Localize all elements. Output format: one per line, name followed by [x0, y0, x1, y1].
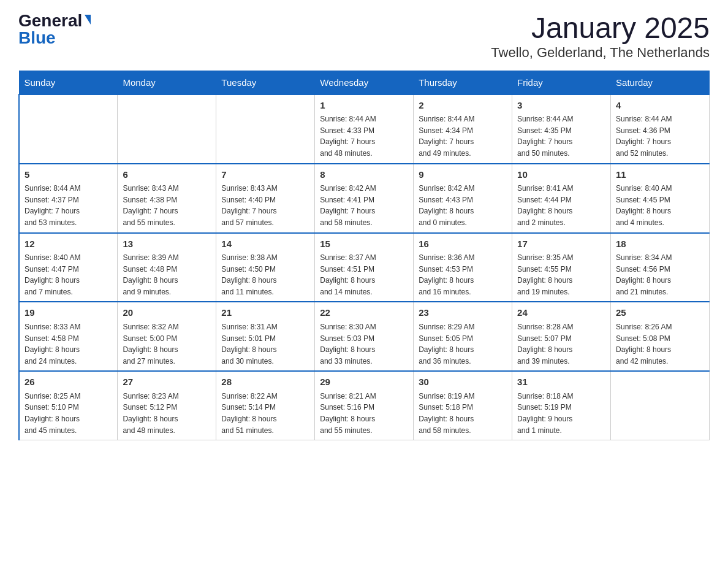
day-info: Sunrise: 8:40 AM Sunset: 4:45 PM Dayligh…	[616, 183, 704, 228]
day-number: 10	[517, 168, 605, 182]
calendar-cell	[216, 94, 315, 164]
day-number: 8	[320, 168, 408, 182]
day-info: Sunrise: 8:29 AM Sunset: 5:05 PM Dayligh…	[419, 321, 507, 367]
day-info: Sunrise: 8:44 AM Sunset: 4:34 PM Dayligh…	[419, 113, 507, 159]
day-number: 7	[221, 168, 309, 182]
day-number: 27	[123, 375, 211, 389]
day-info: Sunrise: 8:26 AM Sunset: 5:08 PM Dayligh…	[616, 321, 704, 367]
week-row-3: 12Sunrise: 8:40 AM Sunset: 4:47 PM Dayli…	[19, 233, 710, 302]
day-info: Sunrise: 8:43 AM Sunset: 4:40 PM Dayligh…	[221, 183, 309, 228]
calendar-cell	[118, 94, 216, 164]
calendar-cell	[611, 371, 710, 440]
calendar-cell: 27Sunrise: 8:23 AM Sunset: 5:12 PM Dayli…	[118, 371, 216, 440]
day-number: 26	[25, 375, 112, 389]
day-number: 17	[517, 237, 605, 251]
calendar-cell	[19, 94, 118, 164]
week-row-1: 1Sunrise: 8:44 AM Sunset: 4:33 PM Daylig…	[19, 94, 710, 164]
day-info: Sunrise: 8:44 AM Sunset: 4:35 PM Dayligh…	[517, 113, 605, 159]
calendar-cell: 15Sunrise: 8:37 AM Sunset: 4:51 PM Dayli…	[315, 233, 414, 302]
day-number: 28	[221, 375, 309, 389]
day-number: 25	[616, 306, 704, 320]
day-number: 22	[320, 306, 408, 320]
day-number: 13	[123, 237, 211, 251]
weekday-header-monday: Monday	[118, 71, 216, 94]
day-info: Sunrise: 8:36 AM Sunset: 4:53 PM Dayligh…	[419, 252, 507, 297]
day-number: 30	[419, 375, 507, 389]
day-info: Sunrise: 8:39 AM Sunset: 4:48 PM Dayligh…	[123, 252, 211, 297]
day-info: Sunrise: 8:22 AM Sunset: 5:14 PM Dayligh…	[221, 391, 309, 436]
calendar-cell: 16Sunrise: 8:36 AM Sunset: 4:53 PM Dayli…	[414, 233, 512, 302]
calendar-cell: 14Sunrise: 8:38 AM Sunset: 4:50 PM Dayli…	[216, 233, 315, 302]
calendar-cell: 31Sunrise: 8:18 AM Sunset: 5:19 PM Dayli…	[512, 371, 611, 440]
day-number: 18	[616, 237, 704, 251]
day-info: Sunrise: 8:44 AM Sunset: 4:36 PM Dayligh…	[616, 113, 704, 159]
calendar-cell: 18Sunrise: 8:34 AM Sunset: 4:56 PM Dayli…	[611, 233, 710, 302]
calendar-cell: 11Sunrise: 8:40 AM Sunset: 4:45 PM Dayli…	[611, 164, 710, 233]
day-info: Sunrise: 8:38 AM Sunset: 4:50 PM Dayligh…	[221, 252, 309, 297]
day-number: 23	[419, 306, 507, 320]
day-info: Sunrise: 8:43 AM Sunset: 4:38 PM Dayligh…	[123, 183, 211, 228]
week-row-5: 26Sunrise: 8:25 AM Sunset: 5:10 PM Dayli…	[19, 371, 710, 440]
calendar-cell: 30Sunrise: 8:19 AM Sunset: 5:18 PM Dayli…	[414, 371, 512, 440]
calendar-cell: 1Sunrise: 8:44 AM Sunset: 4:33 PM Daylig…	[315, 94, 414, 164]
weekday-header-friday: Friday	[512, 71, 611, 94]
weekday-header-saturday: Saturday	[611, 71, 710, 94]
calendar-cell: 24Sunrise: 8:28 AM Sunset: 5:07 PM Dayli…	[512, 302, 611, 371]
day-info: Sunrise: 8:37 AM Sunset: 4:51 PM Dayligh…	[320, 252, 408, 297]
calendar-cell: 4Sunrise: 8:44 AM Sunset: 4:36 PM Daylig…	[611, 94, 710, 164]
day-number: 6	[123, 168, 211, 182]
logo-general: General	[18, 12, 82, 29]
calendar-cell: 7Sunrise: 8:43 AM Sunset: 4:40 PM Daylig…	[216, 164, 315, 233]
calendar-cell: 13Sunrise: 8:39 AM Sunset: 4:48 PM Dayli…	[118, 233, 216, 302]
day-number: 4	[616, 99, 704, 113]
location-title: Twello, Gelderland, The Netherlands	[491, 45, 710, 61]
weekday-header-tuesday: Tuesday	[216, 71, 315, 94]
logo-triangle-icon	[85, 15, 91, 25]
day-info: Sunrise: 8:30 AM Sunset: 5:03 PM Dayligh…	[320, 321, 408, 367]
day-number: 3	[517, 99, 605, 113]
day-info: Sunrise: 8:42 AM Sunset: 4:43 PM Dayligh…	[419, 183, 507, 228]
calendar-cell: 8Sunrise: 8:42 AM Sunset: 4:41 PM Daylig…	[315, 164, 414, 233]
day-number: 5	[25, 168, 112, 182]
calendar-cell: 17Sunrise: 8:35 AM Sunset: 4:55 PM Dayli…	[512, 233, 611, 302]
calendar-cell: 9Sunrise: 8:42 AM Sunset: 4:43 PM Daylig…	[414, 164, 512, 233]
calendar-cell: 6Sunrise: 8:43 AM Sunset: 4:38 PM Daylig…	[118, 164, 216, 233]
day-info: Sunrise: 8:42 AM Sunset: 4:41 PM Dayligh…	[320, 183, 408, 228]
day-number: 20	[123, 306, 211, 320]
day-info: Sunrise: 8:41 AM Sunset: 4:44 PM Dayligh…	[517, 183, 605, 228]
calendar-cell: 23Sunrise: 8:29 AM Sunset: 5:05 PM Dayli…	[414, 302, 512, 371]
calendar-cell: 21Sunrise: 8:31 AM Sunset: 5:01 PM Dayli…	[216, 302, 315, 371]
calendar-cell: 28Sunrise: 8:22 AM Sunset: 5:14 PM Dayli…	[216, 371, 315, 440]
calendar-cell: 5Sunrise: 8:44 AM Sunset: 4:37 PM Daylig…	[19, 164, 118, 233]
day-info: Sunrise: 8:32 AM Sunset: 5:00 PM Dayligh…	[123, 321, 211, 367]
calendar-cell: 22Sunrise: 8:30 AM Sunset: 5:03 PM Dayli…	[315, 302, 414, 371]
logo-blue: Blue	[18, 29, 56, 47]
day-info: Sunrise: 8:23 AM Sunset: 5:12 PM Dayligh…	[123, 391, 211, 436]
day-number: 19	[25, 306, 112, 320]
calendar-cell: 25Sunrise: 8:26 AM Sunset: 5:08 PM Dayli…	[611, 302, 710, 371]
title-section: January 2025 Twello, Gelderland, The Net…	[491, 12, 710, 61]
day-number: 1	[320, 99, 408, 113]
calendar-cell: 12Sunrise: 8:40 AM Sunset: 4:47 PM Dayli…	[19, 233, 118, 302]
day-number: 11	[616, 168, 704, 182]
day-info: Sunrise: 8:25 AM Sunset: 5:10 PM Dayligh…	[25, 391, 112, 436]
week-row-4: 19Sunrise: 8:33 AM Sunset: 4:58 PM Dayli…	[19, 302, 710, 371]
day-number: 29	[320, 375, 408, 389]
day-number: 15	[320, 237, 408, 251]
day-number: 14	[221, 237, 309, 251]
weekday-header-row: SundayMondayTuesdayWednesdayThursdayFrid…	[19, 71, 710, 94]
day-number: 12	[25, 237, 112, 251]
day-info: Sunrise: 8:18 AM Sunset: 5:19 PM Dayligh…	[517, 391, 605, 436]
day-number: 24	[517, 306, 605, 320]
calendar-cell: 2Sunrise: 8:44 AM Sunset: 4:34 PM Daylig…	[414, 94, 512, 164]
day-number: 2	[419, 99, 507, 113]
month-title: January 2025	[491, 12, 710, 45]
calendar-cell: 19Sunrise: 8:33 AM Sunset: 4:58 PM Dayli…	[19, 302, 118, 371]
day-info: Sunrise: 8:21 AM Sunset: 5:16 PM Dayligh…	[320, 391, 408, 436]
day-info: Sunrise: 8:44 AM Sunset: 4:37 PM Dayligh…	[25, 183, 112, 228]
calendar-cell: 26Sunrise: 8:25 AM Sunset: 5:10 PM Dayli…	[19, 371, 118, 440]
day-number: 31	[517, 375, 605, 389]
weekday-header-wednesday: Wednesday	[315, 71, 414, 94]
day-info: Sunrise: 8:40 AM Sunset: 4:47 PM Dayligh…	[25, 252, 112, 297]
weekday-header-sunday: Sunday	[19, 71, 118, 94]
